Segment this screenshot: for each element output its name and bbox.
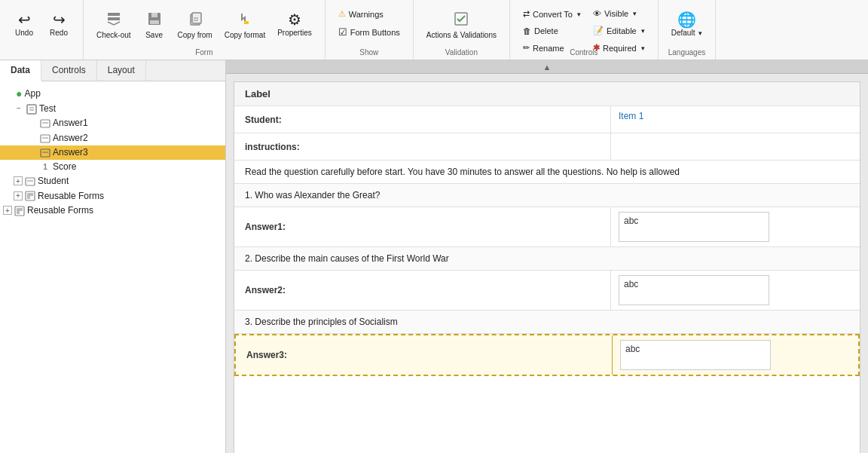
warnings-label: Warnings — [349, 10, 384, 19]
default-icon: 🌐 — [677, 12, 696, 27]
undo-button[interactable]: ↩ Undo — [8, 8, 41, 41]
properties-button[interactable]: ⚙ Properties — [272, 8, 317, 41]
save-button[interactable]: Save — [138, 7, 171, 43]
instructions-label-row: instructions: — [234, 133, 860, 161]
actionsvalidations-button[interactable]: Actions & Validations — [421, 7, 502, 43]
toolbar-group-form: Check-out Save Copy from Copy format — [84, 0, 326, 60]
answer1-icon — [40, 118, 50, 130]
toolbar: ↩ Undo ↪ Redo Check-out Save — [0, 0, 868, 60]
checkout-button[interactable]: Check-out — [91, 7, 136, 43]
undo-icon: ↩ — [18, 12, 31, 27]
controls-col1: ⇄ Convert To ▾ 🗑 Delete ✏ Rename — [518, 3, 586, 69]
answer2-value-cell: abc — [611, 271, 860, 310]
svg-rect-27 — [17, 211, 20, 214]
reusableforms-root-expander[interactable]: + — [3, 206, 12, 215]
toolbar-group-controls: ⇄ Convert To ▾ 🗑 Delete ✏ Rename 👁 Visib… — [510, 0, 659, 60]
svg-rect-26 — [20, 208, 23, 211]
student-item-badge: Item — [619, 111, 639, 121]
student-label-cell: Student: — [234, 106, 611, 133]
answer2-icon — [40, 132, 50, 144]
formbuttons-button[interactable]: ☑ Form Buttons — [333, 23, 405, 41]
delete-button[interactable]: 🗑 Delete — [518, 23, 586, 38]
answer2-textbox[interactable]: abc — [619, 275, 769, 305]
instructions-text-row: Read the question carefully before start… — [234, 161, 860, 184]
answer3-textbox[interactable]: abc — [620, 340, 771, 370]
tree-item-answer1[interactable]: Answer1 — [0, 116, 225, 131]
toolbar-group-undoredo: ↩ Undo ↪ Redo — [0, 0, 84, 60]
answer1-textbox[interactable]: abc — [619, 212, 769, 242]
svg-rect-4 — [150, 20, 159, 24]
form-canvas: Label Student: Item 1 instructions: — [234, 81, 860, 453]
actionsvalidations-label: Actions & Validations — [426, 31, 497, 39]
test-expander[interactable]: − — [14, 104, 24, 112]
svg-rect-23 — [27, 196, 30, 199]
convertto-button[interactable]: ⇄ Convert To ▾ — [518, 6, 586, 22]
left-panel: Data Controls Layout ● App − Test — [0, 60, 226, 453]
svg-rect-9 — [27, 105, 36, 114]
visible-icon: 👁 — [593, 9, 601, 18]
tree-item-reusableforms-root[interactable]: + Reusable Forms — [0, 203, 225, 218]
svg-rect-12 — [41, 120, 50, 127]
copyformat-button[interactable]: Copy format — [219, 7, 270, 43]
copyfrom-button[interactable]: Copy from — [173, 7, 218, 43]
warnings-icon: ⚠ — [338, 9, 346, 19]
reusableforms-child-expander[interactable]: + — [14, 191, 23, 200]
default-arrow[interactable]: ▾ — [698, 29, 702, 37]
show-col: ⚠ Warnings ☑ Form Buttons — [333, 3, 405, 54]
tree-item-score[interactable]: 1 Score — [0, 160, 225, 173]
visible-arrow[interactable]: ▾ — [633, 10, 637, 17]
delete-label: Delete — [534, 26, 558, 35]
visible-button[interactable]: 👁 Visible ▾ — [588, 6, 650, 21]
q1-text: 1. Who was Alexander the Great? — [245, 190, 380, 200]
student-label: Student — [38, 176, 69, 186]
reusableforms-child-icon — [25, 190, 35, 202]
tab-bar: Data Controls Layout — [0, 60, 225, 81]
reusableforms-child-label: Reusable Forms — [38, 191, 104, 201]
tree-item-app[interactable]: ● App — [0, 86, 225, 101]
formbuttons-label: Form Buttons — [350, 28, 400, 37]
redo-icon: ↪ — [53, 12, 66, 27]
tree: ● App − Test Answer1 — [0, 81, 225, 453]
editable-arrow[interactable]: ▾ — [641, 27, 645, 35]
redo-button[interactable]: ↪ Redo — [42, 8, 75, 41]
editable-button[interactable]: 📝 Editable ▾ — [588, 23, 650, 38]
default-button[interactable]: 🌐 Default ▾ — [666, 8, 708, 41]
tree-item-student[interactable]: + Student — [0, 173, 225, 188]
answer3-label-cell: Answer3: — [236, 335, 613, 375]
tree-item-answer2[interactable]: Answer2 — [0, 130, 225, 145]
score-icon: 1 — [40, 162, 50, 171]
toolbar-group-validation: Actions & Validations Validation — [414, 0, 510, 60]
student-item-value: 1 — [639, 111, 644, 121]
svg-rect-16 — [41, 149, 50, 157]
answer2-label-cell: Answer2: — [234, 271, 611, 310]
actionsvalidations-icon — [453, 11, 469, 29]
instructions-label-cell: instructions: — [234, 133, 611, 160]
student-expander[interactable]: + — [14, 176, 23, 185]
reusableforms-root-label: Reusable Forms — [27, 205, 93, 216]
copyformat-icon — [237, 11, 253, 29]
editable-label: Editable — [607, 26, 637, 35]
languages-group-label: Languages — [659, 48, 715, 57]
collapse-bar[interactable]: ▲ — [226, 60, 868, 74]
form-header-label: Label — [245, 88, 270, 99]
tab-data[interactable]: Data — [0, 60, 41, 81]
show-group-label: Show — [326, 48, 413, 57]
delete-icon: 🗑 — [523, 26, 531, 35]
tab-controls[interactable]: Controls — [41, 60, 97, 81]
formbuttons-icon: ☑ — [338, 26, 347, 38]
checkout-icon — [105, 11, 122, 29]
validation-group-label: Validation — [414, 48, 509, 57]
test-icon — [26, 103, 37, 115]
copyfrom-label: Copy from — [178, 31, 212, 39]
tree-item-answer3[interactable]: Answer3 — [0, 145, 225, 161]
instructions-value-cell — [611, 133, 860, 160]
svg-rect-14 — [41, 135, 50, 142]
convertto-arrow[interactable]: ▾ — [577, 11, 581, 18]
controls-group-label: Controls — [510, 48, 658, 57]
tree-item-test[interactable]: − Test — [0, 101, 225, 116]
student-value-cell: Item 1 — [611, 106, 860, 133]
checkout-label: Check-out — [96, 31, 131, 39]
tree-item-reusableforms-child[interactable]: + Reusable Forms — [0, 188, 225, 204]
warnings-button[interactable]: ⚠ Warnings — [333, 6, 405, 22]
tab-layout[interactable]: Layout — [97, 60, 146, 81]
